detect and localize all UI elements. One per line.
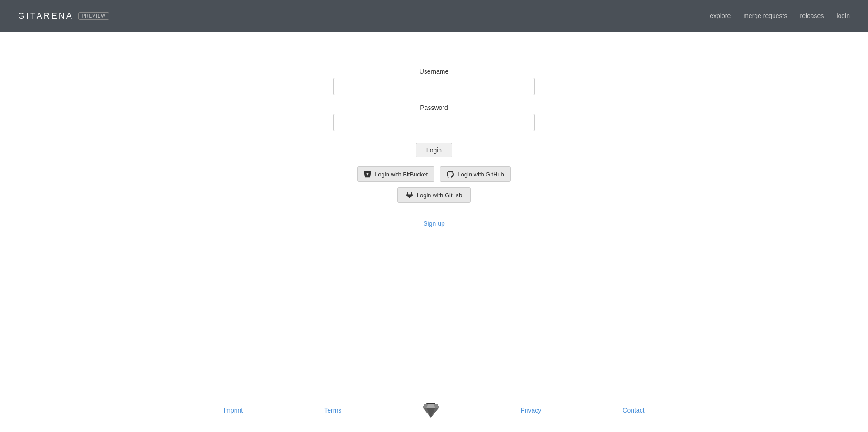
navbar-logo[interactable]: GITARENA xyxy=(18,11,74,21)
navbar: GITARENA PREVIEW explore merge requests … xyxy=(0,0,868,32)
login-bitbucket-label: Login with BitBucket xyxy=(375,171,428,178)
footer-terms[interactable]: Terms xyxy=(324,407,341,414)
footer-privacy[interactable]: Privacy xyxy=(520,407,541,414)
navbar-brand: GITARENA PREVIEW xyxy=(18,11,109,21)
login-github-label: Login with GitHub xyxy=(458,171,504,178)
footer-logo xyxy=(423,402,439,418)
footer-imprint[interactable]: Imprint xyxy=(223,407,243,414)
login-button[interactable]: Login xyxy=(416,143,452,157)
navbar-links: explore merge requests releases login xyxy=(710,12,850,19)
bitbucket-icon xyxy=(364,171,371,178)
footer-logo-icon xyxy=(423,402,439,418)
svg-rect-0 xyxy=(426,403,435,404)
footer-contact[interactable]: Contact xyxy=(623,407,644,414)
login-gitlab-button[interactable]: Login with GitLab xyxy=(397,187,471,203)
username-label: Username xyxy=(333,68,535,75)
login-bitbucket-button[interactable]: Login with BitBucket xyxy=(357,166,434,182)
login-form: Username Password Login Login with BitBu… xyxy=(333,68,535,228)
password-label: Password xyxy=(333,104,535,111)
username-group: Username xyxy=(333,68,535,95)
footer: Imprint Terms Privacy Contact xyxy=(0,391,868,432)
nav-merge-requests[interactable]: merge requests xyxy=(743,12,787,19)
oauth-row: Login with BitBucket Login with GitHub xyxy=(333,166,535,182)
form-divider xyxy=(333,211,535,211)
nav-login[interactable]: login xyxy=(836,12,850,19)
nav-explore[interactable]: explore xyxy=(710,12,731,19)
oauth-gitlab-row: Login with GitLab xyxy=(333,187,535,203)
login-gitlab-label: Login with GitLab xyxy=(417,192,462,199)
username-input[interactable] xyxy=(333,78,535,95)
nav-releases[interactable]: releases xyxy=(800,12,824,19)
signup-link[interactable]: Sign up xyxy=(423,220,444,227)
signup-link-container: Sign up xyxy=(333,219,535,228)
gitlab-icon xyxy=(406,191,413,199)
password-input[interactable] xyxy=(333,114,535,131)
main-content: Username Password Login Login with BitBu… xyxy=(0,32,868,228)
preview-badge: PREVIEW xyxy=(78,12,109,20)
password-group: Password xyxy=(333,104,535,131)
github-icon xyxy=(447,171,454,178)
login-github-button[interactable]: Login with GitHub xyxy=(440,166,511,182)
